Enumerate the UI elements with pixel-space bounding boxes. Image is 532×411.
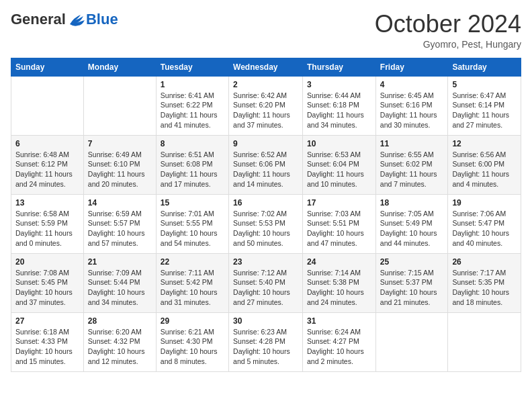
- calendar-cell: 2Sunrise: 6:42 AM Sunset: 6:20 PM Daylig…: [229, 76, 303, 135]
- logo-blue-text: Blue: [86, 11, 118, 28]
- day-info: Sunrise: 6:49 AM Sunset: 6:10 PM Dayligh…: [88, 150, 152, 189]
- day-info: Sunrise: 7:08 AM Sunset: 5:45 PM Dayligh…: [15, 268, 79, 308]
- day-info: Sunrise: 6:41 AM Sunset: 6:22 PM Dayligh…: [161, 91, 224, 130]
- calendar-table: SundayMondayTuesdayWednesdayThursdayFrid…: [11, 58, 521, 372]
- day-info: Sunrise: 7:05 AM Sunset: 5:49 PM Dayligh…: [380, 209, 444, 248]
- day-info: Sunrise: 6:20 AM Sunset: 4:32 PM Dayligh…: [88, 327, 152, 367]
- day-number: 13: [15, 198, 79, 208]
- calendar-cell: 1Sunrise: 6:41 AM Sunset: 6:22 PM Daylig…: [156, 76, 228, 135]
- day-info: Sunrise: 6:42 AM Sunset: 6:20 PM Dayligh…: [233, 91, 298, 130]
- day-number: 10: [307, 139, 371, 148]
- day-number: 4: [380, 80, 444, 89]
- day-number: 15: [161, 198, 224, 208]
- calendar-cell: 17Sunrise: 7:03 AM Sunset: 5:51 PM Dayli…: [303, 194, 376, 253]
- day-number: 12: [452, 139, 517, 148]
- day-number: 2: [233, 80, 298, 89]
- day-info: Sunrise: 7:12 AM Sunset: 5:40 PM Dayligh…: [233, 268, 298, 308]
- day-info: Sunrise: 7:06 AM Sunset: 5:47 PM Dayligh…: [452, 209, 517, 248]
- calendar-cell: 27Sunrise: 6:18 AM Sunset: 4:33 PM Dayli…: [11, 312, 84, 371]
- day-number: 21: [88, 257, 152, 267]
- day-info: Sunrise: 7:02 AM Sunset: 5:53 PM Dayligh…: [233, 209, 298, 248]
- day-number: 7: [88, 139, 152, 148]
- calendar-cell: 7Sunrise: 6:49 AM Sunset: 6:10 PM Daylig…: [83, 135, 156, 194]
- weekday-header-saturday: Saturday: [448, 58, 521, 76]
- day-number: 24: [307, 257, 371, 267]
- calendar-cell: [375, 312, 448, 371]
- day-info: Sunrise: 6:47 AM Sunset: 6:14 PM Dayligh…: [452, 91, 517, 130]
- logo: General Blue: [11, 11, 118, 28]
- calendar-cell: [83, 76, 156, 135]
- calendar-cell: 28Sunrise: 6:20 AM Sunset: 4:32 PM Dayli…: [83, 312, 156, 371]
- day-info: Sunrise: 6:23 AM Sunset: 4:28 PM Dayligh…: [233, 327, 298, 367]
- calendar-cell: 15Sunrise: 7:01 AM Sunset: 5:55 PM Dayli…: [156, 194, 228, 253]
- calendar-cell: 18Sunrise: 7:05 AM Sunset: 5:49 PM Dayli…: [375, 194, 448, 253]
- day-info: Sunrise: 6:58 AM Sunset: 5:59 PM Dayligh…: [15, 209, 79, 248]
- day-number: 14: [88, 198, 152, 208]
- day-number: 1: [161, 80, 224, 89]
- day-info: Sunrise: 6:44 AM Sunset: 6:18 PM Dayligh…: [307, 91, 371, 130]
- calendar-cell: 12Sunrise: 6:56 AM Sunset: 6:00 PM Dayli…: [448, 135, 521, 194]
- day-info: Sunrise: 7:17 AM Sunset: 5:35 PM Dayligh…: [452, 268, 517, 308]
- calendar-cell: 5Sunrise: 6:47 AM Sunset: 6:14 PM Daylig…: [448, 76, 521, 135]
- weekday-header-thursday: Thursday: [303, 58, 376, 76]
- calendar-cell: [11, 76, 84, 135]
- day-info: Sunrise: 6:59 AM Sunset: 5:57 PM Dayligh…: [88, 209, 152, 248]
- day-number: 29: [161, 316, 224, 326]
- calendar-cell: 25Sunrise: 7:15 AM Sunset: 5:37 PM Dayli…: [375, 253, 448, 312]
- calendar-cell: 16Sunrise: 7:02 AM Sunset: 5:53 PM Dayli…: [229, 194, 303, 253]
- day-info: Sunrise: 6:21 AM Sunset: 4:30 PM Dayligh…: [161, 327, 224, 367]
- calendar-cell: 10Sunrise: 6:53 AM Sunset: 6:04 PM Dayli…: [303, 135, 376, 194]
- calendar-cell: 26Sunrise: 7:17 AM Sunset: 5:35 PM Dayli…: [448, 253, 521, 312]
- weekday-header-wednesday: Wednesday: [229, 58, 303, 76]
- calendar-cell: 14Sunrise: 6:59 AM Sunset: 5:57 PM Dayli…: [83, 194, 156, 253]
- calendar-cell: 11Sunrise: 6:55 AM Sunset: 6:02 PM Dayli…: [375, 135, 448, 194]
- day-info: Sunrise: 6:52 AM Sunset: 6:06 PM Dayligh…: [233, 150, 298, 189]
- calendar-cell: 3Sunrise: 6:44 AM Sunset: 6:18 PM Daylig…: [303, 76, 376, 135]
- day-info: Sunrise: 7:01 AM Sunset: 5:55 PM Dayligh…: [161, 209, 224, 248]
- day-number: 16: [233, 198, 298, 208]
- calendar-cell: 24Sunrise: 7:14 AM Sunset: 5:38 PM Dayli…: [303, 253, 376, 312]
- weekday-header-row: SundayMondayTuesdayWednesdayThursdayFrid…: [11, 58, 521, 76]
- day-info: Sunrise: 7:14 AM Sunset: 5:38 PM Dayligh…: [307, 268, 371, 308]
- calendar-cell: 23Sunrise: 7:12 AM Sunset: 5:40 PM Dayli…: [229, 253, 303, 312]
- day-number: 27: [15, 316, 79, 326]
- logo-bird-icon: [67, 12, 86, 27]
- calendar-week-row: 13Sunrise: 6:58 AM Sunset: 5:59 PM Dayli…: [11, 194, 521, 253]
- calendar-cell: 4Sunrise: 6:45 AM Sunset: 6:16 PM Daylig…: [375, 76, 448, 135]
- calendar-cell: 19Sunrise: 7:06 AM Sunset: 5:47 PM Dayli…: [448, 194, 521, 253]
- calendar-week-row: 20Sunrise: 7:08 AM Sunset: 5:45 PM Dayli…: [11, 253, 521, 312]
- title-block: October 2024 Gyomro, Pest, Hungary: [375, 11, 521, 50]
- day-info: Sunrise: 7:11 AM Sunset: 5:42 PM Dayligh…: [161, 268, 224, 308]
- day-number: 5: [452, 80, 517, 89]
- day-number: 9: [233, 139, 298, 148]
- page-header: General Blue October 2024 Gyomro, Pest, …: [11, 11, 521, 50]
- calendar-cell: 21Sunrise: 7:09 AM Sunset: 5:44 PM Dayli…: [83, 253, 156, 312]
- day-number: 17: [307, 198, 371, 208]
- logo-general-text: General: [11, 11, 66, 28]
- day-info: Sunrise: 7:15 AM Sunset: 5:37 PM Dayligh…: [380, 268, 444, 308]
- day-number: 23: [233, 257, 298, 267]
- calendar-cell: 8Sunrise: 6:51 AM Sunset: 6:08 PM Daylig…: [156, 135, 228, 194]
- day-number: 8: [161, 139, 224, 148]
- day-info: Sunrise: 6:51 AM Sunset: 6:08 PM Dayligh…: [161, 150, 224, 189]
- day-number: 26: [452, 257, 517, 267]
- calendar-cell: 30Sunrise: 6:23 AM Sunset: 4:28 PM Dayli…: [229, 312, 303, 371]
- day-number: 28: [88, 316, 152, 326]
- calendar-cell: 22Sunrise: 7:11 AM Sunset: 5:42 PM Dayli…: [156, 253, 228, 312]
- day-number: 22: [161, 257, 224, 267]
- day-number: 25: [380, 257, 444, 267]
- calendar-week-row: 27Sunrise: 6:18 AM Sunset: 4:33 PM Dayli…: [11, 312, 521, 371]
- day-info: Sunrise: 6:24 AM Sunset: 4:27 PM Dayligh…: [307, 327, 371, 367]
- calendar-cell: 13Sunrise: 6:58 AM Sunset: 5:59 PM Dayli…: [11, 194, 84, 253]
- day-info: Sunrise: 6:45 AM Sunset: 6:16 PM Dayligh…: [380, 91, 444, 130]
- calendar-week-row: 1Sunrise: 6:41 AM Sunset: 6:22 PM Daylig…: [11, 76, 521, 135]
- calendar-cell: 6Sunrise: 6:48 AM Sunset: 6:12 PM Daylig…: [11, 135, 84, 194]
- calendar-cell: 31Sunrise: 6:24 AM Sunset: 4:27 PM Dayli…: [303, 312, 376, 371]
- calendar-cell: 9Sunrise: 6:52 AM Sunset: 6:06 PM Daylig…: [229, 135, 303, 194]
- day-number: 31: [307, 316, 371, 326]
- day-number: 18: [380, 198, 444, 208]
- day-number: 11: [380, 139, 444, 148]
- calendar-cell: [448, 312, 521, 371]
- weekday-header-monday: Monday: [83, 58, 156, 76]
- calendar-week-row: 6Sunrise: 6:48 AM Sunset: 6:12 PM Daylig…: [11, 135, 521, 194]
